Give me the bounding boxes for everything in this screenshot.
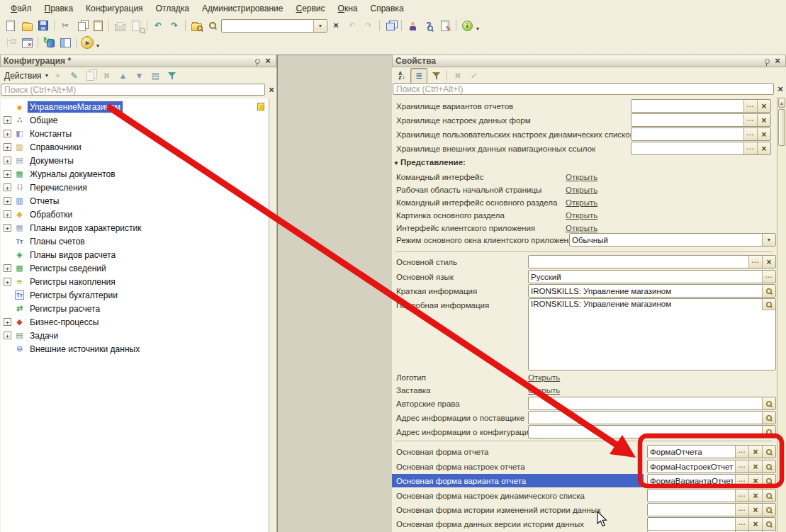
magnifier-button[interactable] bbox=[762, 460, 775, 472]
configuration-tree-button[interactable] bbox=[3, 35, 18, 50]
dropdown-button[interactable] bbox=[762, 234, 775, 246]
property-value-input[interactable] bbox=[648, 489, 735, 502]
open-file-button[interactable] bbox=[19, 18, 35, 33]
ellipsis-button[interactable] bbox=[743, 114, 757, 126]
scroll-up-button[interactable] bbox=[778, 98, 785, 108]
clear-value-button[interactable] bbox=[762, 256, 775, 268]
properties-search-input[interactable] bbox=[393, 83, 774, 95]
open-link[interactable]: Открыть bbox=[528, 373, 560, 382]
undo-button[interactable]: ↶ bbox=[150, 18, 166, 33]
apply-button[interactable]: ✔ bbox=[466, 69, 482, 83]
property-value-input[interactable] bbox=[648, 518, 735, 530]
sort-list-button[interactable]: ▤ bbox=[148, 69, 164, 83]
property-value-field[interactable] bbox=[528, 397, 776, 410]
paste-button[interactable] bbox=[90, 18, 106, 33]
tree-item-accounting-registers[interactable]: Регистры бухгалтерии bbox=[1, 288, 269, 302]
property-value-input[interactable] bbox=[631, 114, 743, 126]
property-value-field[interactable] bbox=[647, 517, 776, 531]
open-link[interactable]: Открыть bbox=[528, 386, 560, 395]
save-button[interactable] bbox=[35, 18, 51, 33]
property-value-field[interactable] bbox=[631, 128, 771, 141]
ellipsis-button[interactable] bbox=[735, 446, 748, 458]
cut-button[interactable]: ✂ bbox=[57, 18, 73, 33]
magnifier-button[interactable] bbox=[762, 518, 775, 530]
open-link[interactable]: Открыть bbox=[566, 186, 597, 194]
sort-alphabetical-button[interactable] bbox=[394, 69, 410, 83]
clear-value-button[interactable] bbox=[748, 446, 762, 458]
tree-item-enumerations[interactable]: Перечисления bbox=[1, 181, 269, 194]
tree-item-reports[interactable]: Отчеты bbox=[1, 194, 269, 208]
delete-button[interactable]: ✖ bbox=[99, 69, 115, 83]
property-value-input[interactable] bbox=[648, 475, 735, 487]
property-value-field[interactable] bbox=[528, 425, 776, 438]
print-preview-button[interactable] bbox=[128, 18, 144, 33]
close-panel-button[interactable] bbox=[263, 56, 273, 66]
property-value-field[interactable] bbox=[528, 270, 776, 283]
clear-value-button[interactable] bbox=[748, 518, 762, 530]
category-view-button[interactable] bbox=[410, 68, 427, 84]
pin-panel-button[interactable] bbox=[763, 56, 773, 66]
toolbar-overflow-arrow[interactable]: ▾ bbox=[476, 26, 479, 34]
ellipsis-button[interactable] bbox=[762, 271, 775, 283]
open-link[interactable]: Открыть bbox=[566, 224, 597, 232]
ellipsis-button[interactable] bbox=[735, 475, 748, 487]
filter-button[interactable] bbox=[164, 69, 180, 83]
clear-value-button[interactable] bbox=[757, 128, 770, 140]
properties-search-clear-button[interactable] bbox=[775, 84, 785, 94]
open-link[interactable]: Открыть bbox=[566, 211, 597, 220]
tree-item-documents[interactable]: Документы bbox=[1, 154, 269, 167]
magnifier-button[interactable] bbox=[762, 412, 775, 424]
properties-scrollbar[interactable] bbox=[777, 97, 786, 532]
expand-icon[interactable] bbox=[4, 318, 11, 326]
tree-item-accumulation-registers[interactable]: Регистры накопления bbox=[1, 275, 269, 288]
redo-button[interactable]: ↷ bbox=[167, 18, 182, 33]
property-value-textarea[interactable]: IRONSKILLS: Управление магазином bbox=[529, 299, 762, 317]
actions-menu-button[interactable]: Действия ▼ bbox=[2, 69, 50, 83]
clear-value-button[interactable] bbox=[748, 489, 762, 502]
property-value-combobox[interactable] bbox=[569, 233, 776, 247]
property-value-input[interactable] bbox=[631, 100, 743, 112]
property-value-field[interactable] bbox=[647, 489, 776, 502]
close-all-windows-button[interactable] bbox=[19, 35, 35, 50]
property-value-input[interactable] bbox=[648, 446, 735, 458]
property-value-input[interactable] bbox=[529, 271, 762, 283]
property-value-input[interactable] bbox=[648, 504, 735, 516]
clear-value-button[interactable] bbox=[757, 142, 770, 154]
clear-value-button[interactable] bbox=[757, 100, 770, 112]
tree-item-charts-of-accounts[interactable]: Планы счетов bbox=[1, 234, 269, 248]
expand-icon[interactable] bbox=[4, 130, 11, 137]
magnifier-button[interactable] bbox=[762, 397, 775, 409]
property-value-input[interactable] bbox=[529, 256, 748, 268]
property-value-input[interactable] bbox=[570, 234, 762, 246]
property-value-field[interactable] bbox=[647, 460, 776, 473]
property-value-field[interactable]: IRONSKILLS: Управление магазином bbox=[528, 298, 776, 370]
search-clear-button[interactable] bbox=[328, 18, 344, 33]
clear-value-button[interactable] bbox=[748, 504, 762, 516]
property-value-field[interactable] bbox=[528, 284, 776, 298]
expand-icon[interactable] bbox=[4, 278, 11, 285]
property-value-field[interactable] bbox=[631, 113, 771, 127]
copy-add-button[interactable] bbox=[83, 69, 99, 83]
interface-editor-button[interactable] bbox=[57, 35, 73, 50]
tree-item-business-processes[interactable]: Бизнес-процессы bbox=[1, 315, 269, 329]
menu-help[interactable]: Справка bbox=[364, 1, 410, 16]
update-db-config-button[interactable] bbox=[41, 35, 57, 50]
tree-item-root[interactable]: УправлениеМагазином bbox=[1, 100, 269, 113]
global-search-button[interactable] bbox=[189, 18, 204, 33]
properties-filter-button[interactable] bbox=[428, 69, 444, 83]
pin-panel-button[interactable] bbox=[253, 56, 263, 66]
configuration-search-input[interactable] bbox=[1, 84, 265, 96]
section-presentation[interactable]: ▼Представление: bbox=[393, 158, 466, 166]
new-file-button[interactable] bbox=[3, 18, 18, 33]
tree-item-common[interactable]: Общие bbox=[1, 113, 269, 127]
tree-item-constants[interactable]: Константы bbox=[1, 127, 269, 140]
tree-item-calculation-registers[interactable]: Регистры расчета bbox=[1, 302, 269, 315]
print-button[interactable] bbox=[112, 18, 128, 33]
property-value-input[interactable] bbox=[631, 142, 743, 154]
property-value-input[interactable] bbox=[529, 412, 762, 424]
magnifier-button[interactable] bbox=[762, 504, 775, 516]
expand-icon[interactable] bbox=[4, 183, 11, 191]
ellipsis-button[interactable] bbox=[735, 518, 748, 530]
nav-back-button[interactable]: ↶ bbox=[344, 18, 360, 33]
tree-item-tasks[interactable]: Задачи bbox=[1, 329, 269, 342]
